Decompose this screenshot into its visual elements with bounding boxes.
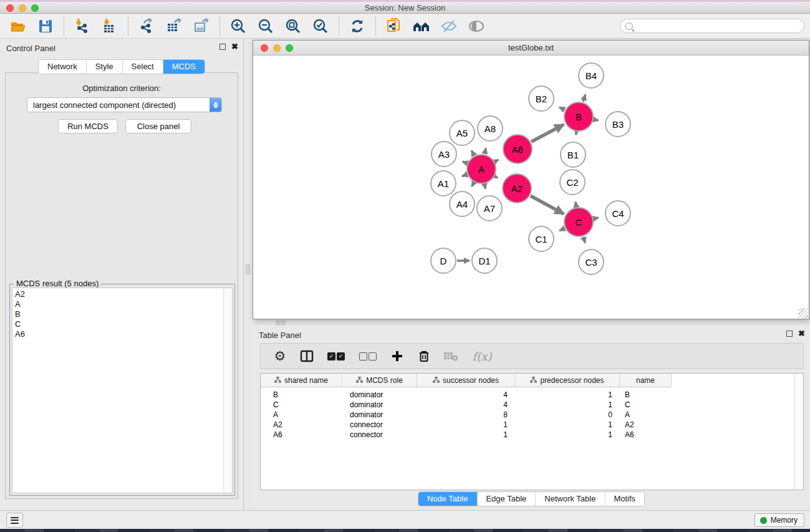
mcds-result-item[interactable]: A <box>15 299 221 309</box>
graph-node-B1[interactable]: B1 <box>560 142 586 168</box>
graph-edge-C-C3[interactable] <box>583 237 585 243</box>
graph-node-C1[interactable]: C1 <box>528 226 554 252</box>
zoom-selected-icon[interactable] <box>311 17 330 36</box>
graph-node-A7[interactable]: A7 <box>476 195 503 221</box>
graph-edge-A-A3[interactable] <box>463 162 467 163</box>
zoom-out-icon[interactable] <box>256 17 275 36</box>
clone-network-icon[interactable] <box>385 17 403 36</box>
open-file-icon[interactable] <box>9 17 27 36</box>
graph-node-B3[interactable]: B3 <box>605 111 631 137</box>
tab-select[interactable]: Select <box>123 60 163 74</box>
table-row-B[interactable]: Bdominator41B <box>261 390 672 400</box>
graph-edge-B-B1[interactable] <box>576 132 577 135</box>
column-header-predecessor-nodes[interactable]: predecessor nodes <box>515 374 620 387</box>
horizontal-splitter-handle[interactable] <box>276 321 286 325</box>
zoom-in-icon[interactable] <box>229 17 248 36</box>
graph-node-D[interactable]: D <box>430 248 456 274</box>
delete-column-trash-icon[interactable] <box>416 348 432 364</box>
graph-node-A3[interactable]: A3 <box>431 141 457 167</box>
run-mcds-button[interactable]: Run MCDS <box>58 119 118 133</box>
import-network-icon[interactable] <box>73 17 92 36</box>
result-scrollbar[interactable] <box>223 288 232 493</box>
graph-edge-A6-B[interactable] <box>531 125 564 142</box>
tab-style[interactable]: Style <box>87 60 123 74</box>
hide-panel-icon[interactable] <box>440 17 458 36</box>
graph-edge-A-A8[interactable] <box>485 148 486 153</box>
select-all-columns-icon[interactable]: ✓✓ <box>325 348 347 364</box>
task-history-button[interactable] <box>6 513 23 528</box>
graph-edge-B-B2[interactable] <box>559 107 565 110</box>
table-row-A6[interactable]: A6connector11A6 <box>261 430 672 440</box>
table-close-icon[interactable]: ✖ <box>798 331 805 337</box>
window-resize-grip[interactable] <box>798 308 808 318</box>
network-canvas[interactable]: B4B2BB3A5A8A6B1A3AC2A1A2A4A7C4CC1C3DD1 <box>254 56 809 319</box>
graph-edge-A-A7[interactable] <box>485 184 485 188</box>
graph-node-C3[interactable]: C3 <box>578 249 604 275</box>
graph-node-A[interactable]: A <box>466 154 496 184</box>
close-panel-icon[interactable]: ✖ <box>231 44 238 50</box>
graph-edge-C-C2[interactable] <box>576 202 576 207</box>
graph-edge-A-A1[interactable] <box>462 175 467 177</box>
table-row-C[interactable]: Cdominator41C <box>261 400 672 410</box>
export-image-icon[interactable] <box>192 17 211 36</box>
table-tab-motifs[interactable]: Motifs <box>605 492 644 506</box>
save-session-icon[interactable] <box>36 17 55 36</box>
vertical-splitter-handle[interactable] <box>246 264 250 274</box>
mcds-result-item[interactable]: B <box>15 309 221 319</box>
mcds-result-item[interactable]: A2 <box>15 289 221 299</box>
show-panel-icon[interactable] <box>467 17 486 36</box>
graph-edge-C-C1[interactable] <box>559 228 564 231</box>
graph-edge-A-A2[interactable] <box>495 177 498 178</box>
criterion-select[interactable]: largest connected component (directed) <box>27 97 222 112</box>
mcds-result-list[interactable]: A2ABCA6 <box>12 288 233 493</box>
column-header-successor-nodes[interactable]: successor nodes <box>417 374 515 387</box>
mcds-result-item[interactable]: A6 <box>15 329 221 339</box>
graph-node-B4[interactable]: B4 <box>578 62 604 89</box>
graph-edge-B-B3[interactable] <box>594 120 599 120</box>
delete-table-icon[interactable] <box>443 348 459 364</box>
close-panel-button[interactable]: Close panel <box>125 119 191 133</box>
tab-mcds[interactable]: MCDS <box>163 60 205 74</box>
graph-edge-A-A6[interactable] <box>495 160 498 162</box>
graph-node-C4[interactable]: C4 <box>605 200 631 226</box>
float-panel-icon[interactable] <box>219 44 226 50</box>
refresh-icon[interactable] <box>348 17 367 36</box>
table-tab-node-table[interactable]: Node Table <box>418 492 478 506</box>
table-tab-edge-table[interactable]: Edge Table <box>477 492 536 506</box>
search-box[interactable] <box>620 19 804 33</box>
column-header-shared-name[interactable]: shared name <box>261 374 342 387</box>
graph-node-A4[interactable]: A4 <box>449 191 475 217</box>
column-header-name[interactable]: name <box>620 374 672 387</box>
graph-edge-C-C4[interactable] <box>594 218 598 219</box>
graph-node-A5[interactable]: A5 <box>449 120 475 146</box>
graph-edge-B-B4[interactable] <box>583 95 585 102</box>
search-input[interactable] <box>636 22 804 31</box>
import-table-icon[interactable] <box>100 17 119 36</box>
column-browser-icon[interactable] <box>299 348 315 364</box>
export-network-icon[interactable] <box>137 17 156 36</box>
graph-node-C2[interactable]: C2 <box>559 169 586 195</box>
table-scrollbar[interactable] <box>794 374 803 490</box>
unselect-all-columns-icon[interactable] <box>357 348 378 364</box>
table-tab-network-table[interactable]: Network Table <box>536 492 605 506</box>
graph-edge-A-A4[interactable] <box>471 183 473 186</box>
table-settings-gear-icon[interactable]: ⚙ <box>272 348 288 364</box>
tab-network[interactable]: Network <box>39 60 87 74</box>
graph-node-A1[interactable]: A1 <box>430 170 456 196</box>
graph-edge-A2-C[interactable] <box>531 196 564 214</box>
home-layout-icon[interactable] <box>412 17 431 36</box>
table-float-icon[interactable] <box>786 331 793 337</box>
memory-button[interactable]: Memory <box>755 513 804 527</box>
table-row-A2[interactable]: A2connector11A2 <box>261 420 672 430</box>
table-row-A[interactable]: Adominator80A <box>261 410 672 420</box>
export-table-icon[interactable] <box>165 17 183 36</box>
function-builder-icon[interactable]: f(x) <box>470 348 494 364</box>
graph-node-D1[interactable]: D1 <box>471 248 498 274</box>
graph-node-C[interactable]: C <box>564 207 594 237</box>
graph-node-B[interactable]: B <box>564 102 594 132</box>
create-column-plus-icon[interactable] <box>389 348 405 364</box>
graph-node-A6[interactable]: A6 <box>503 134 533 164</box>
zoom-fit-icon[interactable] <box>284 17 302 36</box>
graph-node-A2[interactable]: A2 <box>502 173 532 203</box>
graph-node-A8[interactable]: A8 <box>477 115 503 142</box>
